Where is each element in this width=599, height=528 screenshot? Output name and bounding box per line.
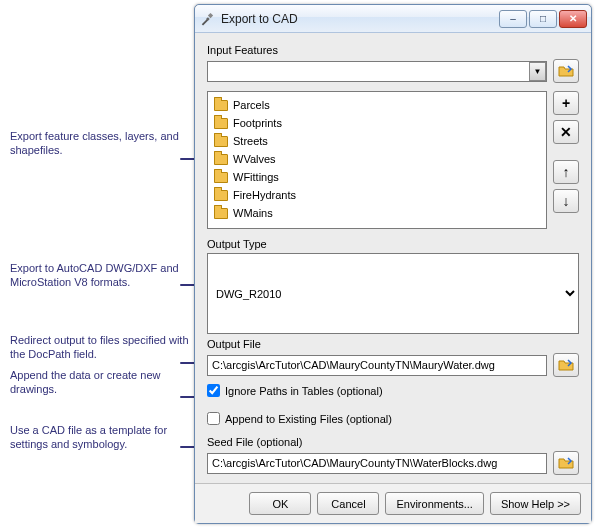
feature-class-icon bbox=[214, 118, 228, 129]
browse-seed-button[interactable] bbox=[553, 451, 579, 475]
annotation-3: Redirect output to files specified with … bbox=[10, 334, 190, 362]
move-down-button[interactable]: ↓ bbox=[553, 189, 579, 213]
list-item[interactable]: WFittings bbox=[214, 168, 540, 186]
close-button[interactable]: ✕ bbox=[559, 10, 587, 28]
remove-button[interactable]: ✕ bbox=[553, 120, 579, 144]
append-checkbox[interactable] bbox=[207, 412, 220, 425]
dropdown-icon[interactable]: ▼ bbox=[529, 62, 546, 81]
list-item[interactable]: WValves bbox=[214, 150, 540, 168]
list-item[interactable]: Footprints bbox=[214, 114, 540, 132]
dialog-footer: OK Cancel Environments... Show Help >> bbox=[195, 483, 591, 523]
input-features-label: Input Features bbox=[207, 44, 579, 56]
feature-class-icon bbox=[214, 208, 228, 219]
list-item[interactable]: WMains bbox=[214, 204, 540, 222]
append-label: Append to Existing Files (optional) bbox=[225, 413, 392, 425]
environments-button[interactable]: Environments... bbox=[385, 492, 483, 515]
titlebar: Export to CAD – □ ✕ bbox=[195, 5, 591, 33]
browse-input-button[interactable] bbox=[553, 59, 579, 83]
annotation-2: Export to AutoCAD DWG/DXF and MicroStati… bbox=[10, 262, 190, 290]
minimize-button[interactable]: – bbox=[499, 10, 527, 28]
ignore-paths-checkbox[interactable] bbox=[207, 384, 220, 397]
list-item[interactable]: Parcels bbox=[214, 96, 540, 114]
export-to-cad-dialog: Export to CAD – □ ✕ Input Features ▼ Par… bbox=[194, 4, 592, 524]
feature-class-icon bbox=[214, 136, 228, 147]
show-help-button[interactable]: Show Help >> bbox=[490, 492, 581, 515]
feature-class-icon bbox=[214, 100, 228, 111]
output-file-label: Output File bbox=[207, 338, 579, 350]
list-item[interactable]: Streets bbox=[214, 132, 540, 150]
annotation-5: Use a CAD file as a template for setting… bbox=[10, 424, 190, 452]
feature-class-icon bbox=[214, 190, 228, 201]
feature-class-icon bbox=[214, 172, 228, 183]
ok-button[interactable]: OK bbox=[249, 492, 311, 515]
maximize-button[interactable]: □ bbox=[529, 10, 557, 28]
ignore-paths-label: Ignore Paths in Tables (optional) bbox=[225, 385, 383, 397]
browse-output-button[interactable] bbox=[553, 353, 579, 377]
seed-file-label: Seed File (optional) bbox=[207, 436, 579, 448]
move-up-button[interactable]: ↑ bbox=[553, 160, 579, 184]
output-type-select[interactable]: DWG_R2010 bbox=[207, 253, 579, 334]
hammer-icon bbox=[199, 11, 215, 27]
output-type-label: Output Type bbox=[207, 238, 579, 250]
annotation-1: Export feature classes, layers, and shap… bbox=[10, 130, 190, 158]
annotations-panel: Export feature classes, layers, and shap… bbox=[0, 0, 194, 528]
feature-class-icon bbox=[214, 154, 228, 165]
list-item[interactable]: FireHydrants bbox=[214, 186, 540, 204]
input-features-combo[interactable]: ▼ bbox=[207, 61, 547, 82]
window-title: Export to CAD bbox=[221, 12, 499, 26]
cancel-button[interactable]: Cancel bbox=[317, 492, 379, 515]
input-features-input[interactable] bbox=[207, 61, 547, 82]
dialog-body: Input Features ▼ Parcels Footprints Stre… bbox=[195, 33, 591, 483]
annotation-4: Append the data or create new drawings. bbox=[10, 369, 190, 397]
add-button[interactable]: + bbox=[553, 91, 579, 115]
output-file-input[interactable] bbox=[207, 355, 547, 376]
feature-list[interactable]: Parcels Footprints Streets WValves WFitt… bbox=[207, 91, 547, 229]
seed-file-input[interactable] bbox=[207, 453, 547, 474]
